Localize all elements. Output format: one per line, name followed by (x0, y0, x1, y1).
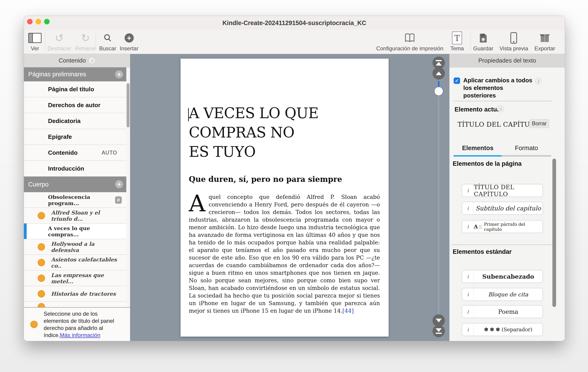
title-bar: Kindle-Create-202411291504-suscriptocrac… (24, 16, 565, 30)
auto-badge: AUTO (102, 150, 117, 156)
sidebar-item-chapter[interactable]: Asientos calefactables co.. (24, 255, 126, 270)
toolbar-separator (470, 33, 470, 50)
info-icon[interactable]: i (462, 184, 474, 197)
more-info-link[interactable]: Más información (60, 332, 100, 338)
sidebar-item-epigraph[interactable]: Epígrafe (24, 129, 126, 145)
sidebar-item-chapter[interactable]: Obsolescencia program... # (24, 192, 126, 208)
chapter-dot-icon (30, 321, 38, 328)
element-separator-button[interactable]: i ✽ ✽ ✽ (Separador) (462, 323, 543, 336)
editor-canvas: A VECES LO QUE COMPRAS NO ES TUYO Que du… (130, 54, 449, 341)
contents-sidebar: Contenido i Páginas preliminares + Págin… (24, 54, 130, 341)
grid-icon[interactable]: # (115, 196, 122, 204)
info-icon[interactable]: i (462, 306, 474, 318)
apply-to-all-checkbox[interactable]: ✓ (454, 77, 460, 84)
page-elements-title: Elementos de la página (453, 160, 522, 167)
preview-button[interactable]: Vista previa (500, 32, 528, 52)
sidebar-item-introduction[interactable]: Introducción (24, 161, 126, 176)
info-icon[interactable]: i (462, 288, 474, 300)
redo-button[interactable]: ↻ Rehacer (75, 32, 96, 52)
clear-element-button[interactable]: Borrar (529, 119, 549, 128)
tab-elementos[interactable]: Elementos (462, 145, 494, 152)
sidebar-item-toc[interactable]: Contenido AUTO (24, 145, 126, 161)
kindle-create-window: Kindle-Create-202411291504-suscriptocrac… (24, 16, 565, 341)
toolbar-separator (45, 33, 45, 50)
page-slider-progress (438, 81, 439, 87)
active-tab-indicator (453, 155, 502, 157)
chapter-dot-icon (38, 259, 45, 266)
sidebar-scrollbar[interactable] (126, 83, 130, 127)
view-panel-icon (28, 32, 42, 44)
theme-t-icon: T (452, 32, 462, 44)
undo-button[interactable]: ↺ Deshacer (48, 32, 71, 52)
search-button[interactable]: Buscar (99, 32, 116, 52)
sidebar-item-chapter[interactable]: Historias de tractores (24, 286, 126, 302)
chapter-subtitle[interactable]: Que duren, sí, pero no para siempre (189, 175, 342, 184)
sidebar-item-title-page[interactable]: Página del título (24, 81, 126, 97)
drop-cap-icon: A (474, 224, 482, 229)
chapter-dot-icon (38, 212, 45, 219)
skip-top-icon (436, 60, 442, 61)
chapter-dot-icon (38, 274, 45, 282)
element-first-paragraph-button[interactable]: i A Primer párrafo del capítulo (462, 220, 543, 233)
undo-icon: ↺ (55, 32, 64, 44)
current-element-value: TÍTULO DEL CAPÍTULO (458, 121, 540, 128)
info-icon[interactable]: i (497, 106, 504, 112)
page-slider-track[interactable] (438, 81, 439, 314)
sidebar-item-chapter[interactable] (24, 302, 126, 308)
phone-icon (510, 32, 517, 44)
save-icon (479, 32, 488, 44)
search-icon (103, 32, 113, 44)
body-text: quel concepto que defendió Alfred P. Slo… (189, 194, 380, 314)
element-chapter-title-button[interactable]: i TÍTULO DEL CAPÍTULO (462, 184, 543, 197)
element-chapter-subtitle-button[interactable]: i Subtítulo del capítulo (462, 202, 543, 215)
page-slider-knob[interactable] (435, 87, 443, 95)
element-poem-button[interactable]: i Poema (462, 305, 543, 318)
element-subheading-button[interactable]: i Subencabezado (462, 270, 543, 283)
footnote-link[interactable]: [44] (342, 308, 354, 314)
panel-scrollbar[interactable] (552, 159, 556, 307)
previous-page-button[interactable] (432, 67, 445, 79)
info-icon[interactable]: i (462, 220, 474, 233)
chapter-body[interactable]: Aquel concepto que defendió Alfred P. Sl… (189, 193, 380, 315)
sidebar-item-chapter[interactable]: Las empresas que metel... (24, 270, 126, 286)
tab-formato[interactable]: Formato (515, 145, 538, 152)
current-element-label: Elemento actual (454, 106, 502, 113)
export-button[interactable]: Exportar (535, 32, 555, 52)
insert-button[interactable]: + Insertar (120, 32, 138, 52)
view-button[interactable]: Ver (28, 32, 42, 52)
print-settings-button[interactable]: Configuración de impresión (376, 32, 443, 52)
standard-elements-title: Elementos estándar (453, 248, 512, 255)
toc-hint-panel: Seleccione uno de los elementos de títul… (24, 307, 130, 341)
contents-header-label: Contenido (59, 57, 86, 64)
sidebar-item-chapter[interactable]: Hollywood a la defensiva (24, 239, 126, 255)
theme-button[interactable]: T Tema (451, 32, 464, 52)
toolbar: Ver ↺ Deshacer ↻ Rehacer Buscar + Insert… (24, 30, 565, 54)
info-icon[interactable]: i (462, 202, 474, 214)
element-blockquote-button[interactable]: i Bloque de cita (462, 288, 543, 301)
content-area: Contenido i Páginas preliminares + Págin… (24, 54, 565, 341)
save-button[interactable]: Guardar (473, 32, 493, 52)
add-body-page-button[interactable]: + (115, 180, 123, 188)
sidebar-item-chapter-selected[interactable]: A veces lo que compras... (24, 223, 126, 239)
chapter-dot-icon (38, 303, 45, 308)
document-page[interactable]: A VECES LO QUE COMPRAS NO ES TUYO Que du… (180, 59, 389, 337)
inactive-tab-track (502, 155, 551, 157)
info-icon[interactable]: i (535, 78, 542, 84)
info-icon[interactable]: i (462, 324, 474, 336)
skip-bottom-icon (436, 328, 442, 332)
sidebar-item-dedication[interactable]: Dedicatoria (24, 113, 126, 129)
desktop: Kindle-Create-202411291504-suscriptocrac… (0, 0, 588, 372)
chapter-title[interactable]: A VECES LO QUE COMPRAS NO ES TUYO (189, 104, 379, 162)
info-icon[interactable]: i (462, 270, 474, 283)
chapter-dot-icon (38, 290, 45, 297)
sidebar-item-chapter[interactable]: Alfred Sloan y el triunfo d... (24, 208, 126, 223)
contents-header: Contenido i (24, 54, 130, 67)
add-front-matter-button[interactable]: + (115, 70, 123, 78)
chevron-up-icon (436, 72, 442, 75)
sidebar-item-copyright[interactable]: Derechos de autor (24, 97, 126, 113)
redo-icon: ↻ (81, 32, 90, 44)
body-section-header: Cuerpo + (24, 176, 126, 192)
info-icon[interactable]: i (89, 57, 95, 64)
go-to-last-page-button[interactable] (432, 325, 445, 337)
package-icon (539, 32, 550, 44)
